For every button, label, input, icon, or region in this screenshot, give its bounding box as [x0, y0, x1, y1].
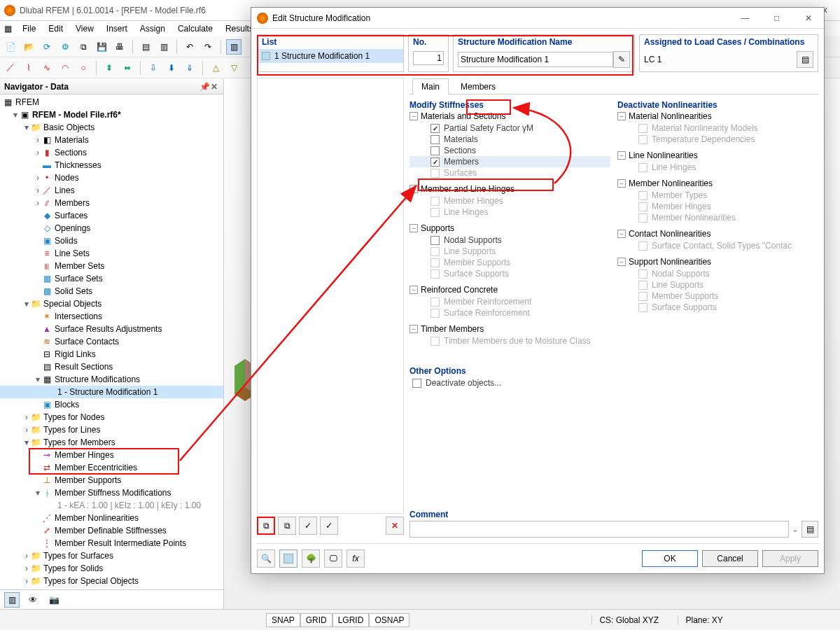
settings-icon[interactable]: ⚙: [57, 39, 73, 55]
undo-icon[interactable]: ↶: [182, 39, 197, 55]
menu-edit[interactable]: Edit: [43, 22, 69, 35]
check2-button[interactable]: ✓: [320, 517, 338, 535]
tab-main[interactable]: Main: [412, 78, 449, 94]
polyline-icon[interactable]: ⌇: [21, 60, 36, 76]
navigator-tree[interactable]: ▦RFEM ▾▣RFEM - Model File.rf6* ▾📁Basic O…: [0, 94, 223, 589]
expander-icon[interactable]: −: [617, 112, 626, 120]
ok-button[interactable]: OK: [642, 550, 698, 567]
sup1-icon[interactable]: △: [208, 60, 223, 76]
tree-structmod-1: 1 - Structure Modification 1: [0, 386, 223, 398]
checkbox-td: [638, 135, 648, 144]
menu-insert[interactable]: Insert: [101, 22, 133, 35]
print-icon[interactable]: 🖶: [112, 39, 127, 55]
line-icon[interactable]: ／: [3, 60, 18, 76]
pin-icon[interactable]: 📌: [200, 82, 209, 92]
expander-icon[interactable]: −: [410, 185, 418, 193]
copy-icon[interactable]: ⧉: [76, 39, 91, 55]
menu-file[interactable]: File: [17, 22, 41, 35]
dialog-minimize[interactable]: —: [729, 8, 761, 29]
dropdown-icon[interactable]: ⌄: [792, 524, 799, 534]
sync-icon[interactable]: ⟳: [39, 39, 55, 55]
menu-assign[interactable]: Assign: [134, 22, 171, 35]
checkbox-deactivate[interactable]: [412, 379, 421, 388]
save-icon[interactable]: 💾: [94, 39, 109, 55]
close-panel-icon[interactable]: ✕: [209, 82, 219, 92]
expander-icon[interactable]: −: [410, 286, 418, 294]
doc1-icon[interactable]: ▤: [138, 39, 153, 55]
tree-item: ≋Surface Contacts: [0, 335, 223, 348]
expander-icon[interactable]: −: [617, 151, 626, 160]
check1-button[interactable]: ✓: [299, 517, 317, 535]
menu-view[interactable]: View: [70, 22, 99, 35]
comment-label: Comment: [410, 508, 818, 521]
snap-toggle[interactable]: SNAP: [266, 613, 300, 627]
edit-name-icon[interactable]: ✎: [613, 51, 630, 68]
load1-icon[interactable]: ⇩: [146, 60, 161, 76]
checkbox-materials[interactable]: [430, 135, 440, 144]
contact-icon: ≋: [42, 337, 52, 346]
expander-icon[interactable]: −: [410, 325, 418, 333]
doc2-icon[interactable]: ▥: [156, 39, 172, 55]
tab-members[interactable]: Members: [451, 78, 505, 94]
checkbox-sections[interactable]: [430, 146, 440, 155]
comment-lib-icon[interactable]: ▤: [802, 521, 818, 538]
osnap-toggle[interactable]: OSNAP: [369, 613, 410, 627]
arc-icon[interactable]: ◠: [57, 60, 73, 76]
expander-icon[interactable]: −: [617, 258, 626, 266]
open-icon[interactable]: 📂: [21, 39, 36, 55]
zoom-button[interactable]: 🔍: [257, 550, 275, 568]
tree-button[interactable]: 🌳: [302, 550, 320, 568]
checkbox-ns[interactable]: [430, 236, 440, 245]
colorbox-button[interactable]: [279, 550, 298, 568]
expander-icon[interactable]: −: [410, 224, 418, 232]
lgrid-toggle[interactable]: LGRID: [332, 613, 370, 627]
load2-icon[interactable]: ⬇: [164, 60, 179, 76]
nav-view-icon[interactable]: 👁: [25, 592, 41, 608]
redo-icon[interactable]: ↷: [200, 39, 216, 55]
tree-item: ⋰Member Nonlinearities: [0, 512, 223, 524]
expander-icon[interactable]: −: [410, 112, 418, 120]
app-menu-icon[interactable]: ▦: [3, 24, 13, 34]
sup2-icon[interactable]: ▽: [226, 60, 241, 76]
members-icon: ⫽: [42, 198, 52, 208]
dialog-close[interactable]: ✕: [792, 8, 824, 29]
expander-icon[interactable]: −: [617, 230, 626, 238]
statusbar: SNAP GRID LGRID OSNAP CS: Global XYZ Pla…: [0, 609, 840, 630]
dialog-titlebar: Edit Structure Modification — □ ✕: [251, 8, 824, 29]
group-timber: Timber Members: [421, 324, 484, 334]
navigator-bottom: ▥ 👁 📷: [0, 589, 223, 609]
spline-icon[interactable]: ∿: [39, 60, 55, 76]
grid-toggle[interactable]: GRID: [300, 613, 332, 627]
checkbox-psf[interactable]: [430, 124, 440, 133]
no-input[interactable]: [413, 51, 444, 65]
tree-types-nodes: ›📁Types for Nodes: [0, 411, 223, 424]
dialog-maximize[interactable]: □: [761, 8, 792, 29]
display-button[interactable]: 🖵: [324, 550, 342, 568]
new-item-button[interactable]: ⧉: [257, 517, 275, 535]
expander-icon[interactable]: −: [617, 179, 626, 188]
tree-item: ◇Openings: [0, 222, 223, 234]
name-input[interactable]: [458, 52, 613, 67]
fx-button[interactable]: fx: [346, 550, 365, 568]
nav-cam-icon[interactable]: 📷: [46, 592, 62, 608]
comment-input[interactable]: [410, 521, 789, 538]
circle-icon[interactable]: ○: [76, 60, 91, 76]
cancel-button[interactable]: Cancel: [702, 550, 758, 567]
copy-item-button[interactable]: ⧉: [278, 517, 296, 535]
deactivate-nl-title: Deactivate Nonlinearities: [617, 99, 818, 111]
thickness-icon: ▬: [42, 160, 52, 170]
member2-icon[interactable]: ⬌: [120, 60, 135, 76]
tree-item: ▦Surface Sets: [0, 272, 223, 285]
nav-data-icon[interactable]: ▥: [4, 592, 20, 608]
list-item[interactable]: 1 Structure Modification 1: [258, 49, 403, 63]
checkbox-members[interactable]: [430, 158, 440, 167]
new-icon[interactable]: 📄: [3, 39, 18, 55]
assigned-picker-icon[interactable]: ▤: [797, 51, 813, 68]
member-icon[interactable]: ⬍: [102, 60, 117, 76]
folder-icon: 📁: [31, 425, 41, 435]
nav-icon[interactable]: ▥: [226, 39, 241, 55]
load3-icon[interactable]: ⇓: [182, 60, 197, 76]
name-label: Structure Modification Name: [454, 35, 634, 49]
menu-calculate[interactable]: Calculate: [172, 22, 218, 35]
delete-item-button[interactable]: ✕: [386, 517, 404, 535]
